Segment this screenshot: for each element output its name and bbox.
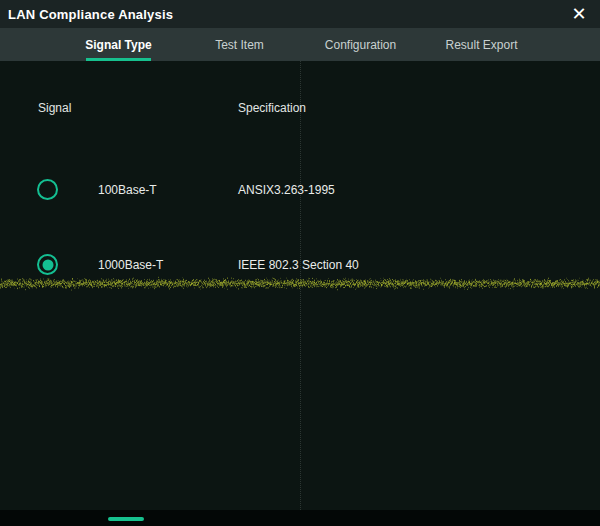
tab-label: Configuration	[325, 38, 396, 52]
specification-label: ANSIX3.263-1995	[238, 183, 335, 197]
specification-label: IEEE 802.3 Section 40	[238, 258, 359, 272]
close-icon[interactable]: ✕	[568, 3, 590, 25]
dialog-titlebar: LAN Compliance Analysis ✕	[0, 0, 600, 28]
waveform-noise-trace	[0, 274, 600, 292]
column-header-signal: Signal	[38, 101, 71, 115]
tab-label: Test Item	[215, 38, 264, 52]
radio-100base-t[interactable]	[37, 179, 58, 200]
screen-bottom-bar	[0, 510, 600, 526]
signal-type-panel: Signal Specification 100Base-T ANSIX3.26…	[0, 61, 600, 510]
table-row: 100Base-T ANSIX3.263-1995	[0, 178, 600, 202]
bottom-trace-indicator	[108, 517, 144, 521]
tab-label: Result Export	[445, 38, 517, 52]
signal-label: 1000Base-T	[98, 258, 163, 272]
tab-result-export[interactable]: Result Export	[421, 28, 542, 61]
tab-label: Signal Type	[85, 38, 151, 52]
signal-label: 100Base-T	[98, 183, 157, 197]
tab-bar: Signal Type Test Item Configuration Resu…	[0, 28, 600, 61]
radio-1000base-t[interactable]	[37, 254, 58, 275]
tab-test-item[interactable]: Test Item	[179, 28, 300, 61]
tab-signal-type[interactable]: Signal Type	[58, 28, 179, 61]
dialog-title: LAN Compliance Analysis	[8, 7, 173, 22]
tab-configuration[interactable]: Configuration	[300, 28, 421, 61]
lan-compliance-dialog: LAN Compliance Analysis ✕ Signal Type Te…	[0, 0, 600, 526]
column-header-specification: Specification	[238, 101, 306, 115]
